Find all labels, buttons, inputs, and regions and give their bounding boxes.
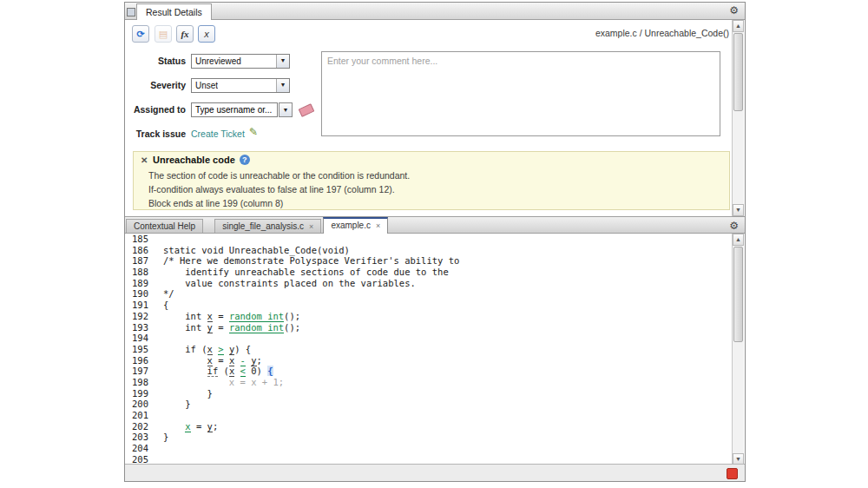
scrollbar-thumb[interactable] xyxy=(733,247,743,342)
code-text: static void Unreachable_Code(void) xyxy=(163,245,350,255)
code-line: 186static void Unreachable_Code(void) xyxy=(126,245,733,256)
code-text: { xyxy=(163,300,168,310)
code-editor[interactable]: 185186static void Unreachable_Code(void)… xyxy=(126,234,733,465)
track-issue-label: Track issue xyxy=(125,127,186,142)
scroll-up-icon[interactable]: ▲ xyxy=(733,234,744,246)
code-line: 200 } xyxy=(126,399,733,410)
code-text: if (x > y) { xyxy=(163,344,251,354)
tab-label: Contextual Help xyxy=(134,221,195,231)
refresh-button[interactable]: ⟳ xyxy=(132,25,149,43)
code-line: 201 xyxy=(126,410,733,421)
code-text: /* Here we demonstrate Polyspace Verifie… xyxy=(163,255,459,266)
result-description: The section of code is unreachable or th… xyxy=(148,170,410,181)
code-line: 196 x = x - y; xyxy=(126,355,733,366)
result-title-row: Unreachable code ? xyxy=(153,155,250,165)
tab-result-details[interactable]: Result Details xyxy=(136,3,212,20)
code-text: */ xyxy=(163,288,174,299)
code-line: 195 if (x > y) { xyxy=(126,344,733,355)
create-ticket-link[interactable]: Create Ticket xyxy=(191,129,245,139)
scrollbar-thumb[interactable] xyxy=(733,33,743,111)
code-line: 190*/ xyxy=(126,288,733,300)
line-number: 203 xyxy=(126,432,156,443)
chevron-down-icon[interactable]: ▼ xyxy=(276,55,289,68)
eraser-icon[interactable] xyxy=(299,103,315,117)
code-text: x = y; xyxy=(163,421,218,432)
code-text: if (x < 0) { xyxy=(163,366,273,376)
assigned-to-input[interactable]: Type username or... xyxy=(191,102,278,117)
scroll-up-icon[interactable]: ▲ xyxy=(733,20,744,32)
line-number: 200 xyxy=(126,399,156,410)
line-number: 193 xyxy=(126,322,156,333)
editor-tab[interactable]: example.c× xyxy=(323,217,388,234)
line-number: 191 xyxy=(126,300,156,311)
line-number: 190 xyxy=(126,288,156,300)
status-dropdown[interactable]: Unreviewed ▼ xyxy=(191,54,290,69)
dimmed-tool-icon: ▤ xyxy=(155,25,172,43)
top-panel-scrollbar[interactable]: ▲ ▼ xyxy=(732,20,744,216)
code-text: } xyxy=(163,388,213,399)
assigned-to-dropdown-button[interactable]: ▼ xyxy=(279,102,293,117)
variable-x-button[interactable]: x xyxy=(198,25,215,43)
fx-button[interactable]: fx xyxy=(176,25,194,43)
code-line: 185 xyxy=(126,234,733,245)
tab-close-icon[interactable]: × xyxy=(376,221,380,230)
code-line: 188 identify unreachable sections of cod… xyxy=(126,267,733,278)
line-number: 204 xyxy=(126,443,156,454)
code-line: 202 x = y; xyxy=(126,421,733,432)
editor-tabstrip: Contextual Helpsingle_file_analysis.c×ex… xyxy=(125,216,745,234)
code-lines: 185186static void Unreachable_Code(void)… xyxy=(126,234,733,465)
code-text: } xyxy=(163,432,168,442)
assigned-to-label: Assigned to xyxy=(125,102,186,117)
line-number: 197 xyxy=(126,366,156,377)
line-number: 186 xyxy=(126,245,156,256)
line-number: 196 xyxy=(126,355,156,366)
result-message-box: ✕ Unreachable code ? The section of code… xyxy=(133,151,730,210)
comment-input[interactable] xyxy=(321,51,720,136)
result-details-tabstrip: Result Details ⚙ xyxy=(125,3,745,20)
help-icon[interactable]: ? xyxy=(240,155,250,165)
code-text: value constraints placed on the variable… xyxy=(163,278,416,288)
line-number: 194 xyxy=(126,333,156,344)
severity-dropdown[interactable]: Unset ▼ xyxy=(191,78,290,93)
editor-tab[interactable]: Contextual Help xyxy=(126,219,203,233)
gear-icon[interactable]: ⚙ xyxy=(729,4,739,16)
line-number: 187 xyxy=(126,255,156,267)
scroll-down-icon[interactable]: ▼ xyxy=(733,204,744,216)
chevron-down-icon[interactable]: ▼ xyxy=(276,79,289,92)
status-label: Status xyxy=(125,54,186,69)
code-line: 203} xyxy=(126,432,733,443)
code-text: int x = random_int(); xyxy=(163,311,300,321)
line-number: 202 xyxy=(126,421,156,432)
status-value: Unreviewed xyxy=(195,55,241,68)
assigned-to-placeholder: Type username or... xyxy=(195,103,272,116)
code-text: x = x + 1; xyxy=(163,377,284,387)
line-number: 195 xyxy=(126,344,156,355)
line-number: 189 xyxy=(126,278,156,289)
line-number: 199 xyxy=(126,388,156,399)
code-text: identify unreachable sections of code du… xyxy=(163,267,449,277)
result-title: Unreachable code xyxy=(153,155,235,165)
pencil-icon[interactable]: ✎ xyxy=(249,126,258,138)
code-text: } xyxy=(163,399,191,409)
line-number: 185 xyxy=(126,234,156,245)
line-number: 198 xyxy=(126,377,156,388)
code-line: 192 int x = random_int(); xyxy=(126,311,733,322)
code-scrollbar[interactable]: ▲ ▼ xyxy=(732,234,744,465)
line-number: 192 xyxy=(126,311,156,322)
gear-icon[interactable]: ⚙ xyxy=(729,220,739,232)
editor-tab[interactable]: single_file_analysis.c× xyxy=(214,219,321,233)
close-icon[interactable]: ✕ xyxy=(141,155,148,165)
code-line: 197 if (x < 0) { xyxy=(126,366,733,377)
tab-label: example.c xyxy=(331,221,371,230)
code-line: 187/* Here we demonstrate Polyspace Veri… xyxy=(126,255,733,267)
memory-status-indicator[interactable] xyxy=(727,468,738,479)
code-line: 198 x = x + 1; xyxy=(126,377,733,388)
code-line: 199 } xyxy=(126,388,733,399)
result-detail-1: If-condition always evaluates to false a… xyxy=(148,184,395,195)
tab-close-icon[interactable]: × xyxy=(309,222,313,231)
code-text: x = x - y; xyxy=(163,355,262,366)
polyspace-window: Result Details ⚙ ⟳ ▤ fx x example.c / Un… xyxy=(124,2,746,482)
result-detail-2: Block ends at line 199 (column 8) xyxy=(148,198,283,208)
code-line: 189 value constraints placed on the vari… xyxy=(126,278,733,289)
code-line: 193 int y = random_int(); xyxy=(126,322,733,333)
